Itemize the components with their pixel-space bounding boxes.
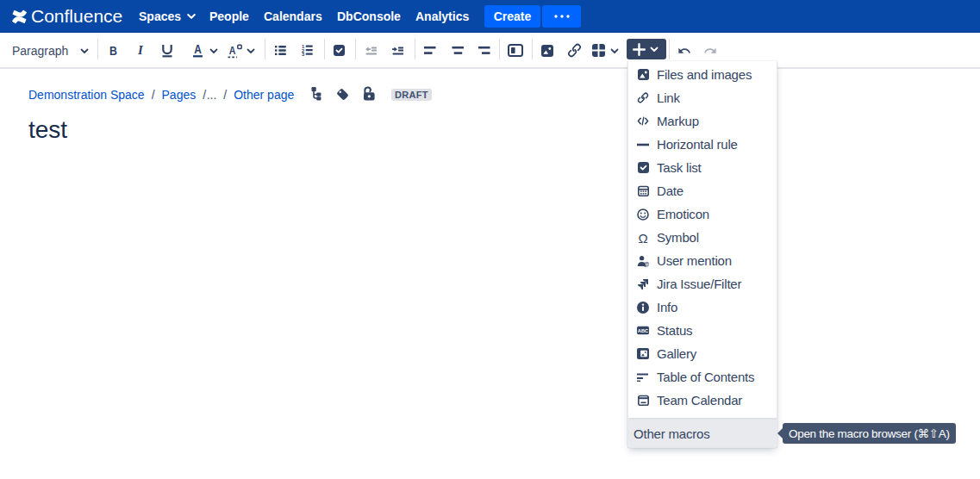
svg-text:3: 3 [302,52,305,56]
svg-text:A: A [194,42,202,56]
svg-text:@: @ [643,260,649,267]
svg-text:ABC: ABC [638,328,648,333]
svg-text:A: A [229,43,236,56]
svg-text:Ω: Ω [638,232,647,244]
